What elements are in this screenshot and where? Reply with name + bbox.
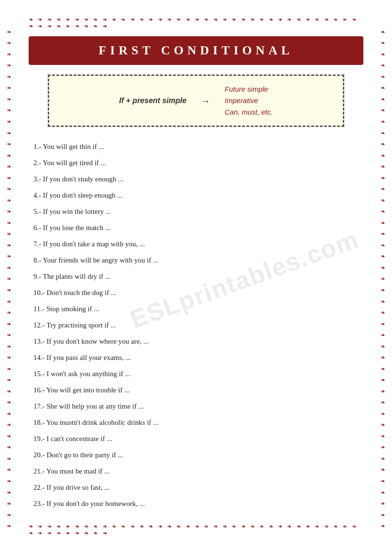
leaf-icon: ❧ xyxy=(7,130,11,136)
leaf-icon: ❧ xyxy=(7,164,11,169)
leaf-icon: ❧ xyxy=(7,119,11,125)
bottom-border-decoration: ❧ ❧ ❧ ❧ ❧ ❧ ❧ ❧ ❧ ❧ ❧ ❧ ❧ ❧ ❧ ❧ ❧ ❧ ❧ ❧ … xyxy=(29,523,363,537)
list-item: 22.- If you drive so fast, ... xyxy=(33,479,359,495)
list-item: 14.- If you pass all your exams, ... xyxy=(33,349,359,366)
list-item: 1.- You will get thin if ... xyxy=(33,138,359,155)
sentences-list: 1.- You will get thin if ... 2.- You wil… xyxy=(33,138,359,512)
leaf-icon: ❧ xyxy=(7,411,11,417)
leaf-icon: ❧ xyxy=(7,153,11,158)
list-item: 19.- I can't concentrate if ... xyxy=(33,431,359,447)
leaf-icon: ❧ xyxy=(7,299,11,305)
leaf-icon: ❧ xyxy=(381,490,385,495)
leaf-icon: ❧ xyxy=(7,523,11,529)
list-item: 17.- She will help you at any time if ..… xyxy=(33,398,359,414)
formula-left: If + present simple xyxy=(119,96,187,105)
list-item: 13.- If you don't know where you are, ..… xyxy=(33,333,359,349)
formula-box: If + present simple → Future simple Impe… xyxy=(48,74,344,127)
leaf-icon: ❧ xyxy=(7,242,11,248)
leaf-icon: ❧ xyxy=(7,265,11,271)
leaf-icon: ❧ xyxy=(381,467,385,473)
list-item: 6.- If you lose the match ... xyxy=(33,220,359,236)
leaf-icon: ❧ xyxy=(381,389,385,394)
leaf-icon: ❧ xyxy=(7,478,11,484)
leaf-icon: ❧ xyxy=(7,321,11,327)
leaf-icon: ❧ xyxy=(7,141,11,147)
leaf-icon: ❧ xyxy=(381,433,385,439)
leaf-icon: ❧ xyxy=(7,332,11,338)
list-item: 20.- Don't go to their party if ... xyxy=(33,447,359,463)
leaf-icon: ❧ xyxy=(7,344,11,349)
list-item: 4.- If you don't sleep enough ... xyxy=(33,187,359,203)
formula-right-line1: Future simple xyxy=(225,84,273,95)
leaf-icon: ❧ xyxy=(7,377,11,383)
bottom-border: ❧ ❧ ❧ ❧ ❧ ❧ ❧ ❧ ❧ ❧ ❧ ❧ ❧ ❧ ❧ ❧ ❧ ❧ ❧ ❧ … xyxy=(10,521,382,538)
leaf-icon: ❧ xyxy=(7,467,11,473)
leaf-icon: ❧ xyxy=(7,52,11,57)
list-item: 12.- Try practising sport if ... xyxy=(33,317,359,333)
leaf-icon: ❧ xyxy=(381,74,385,80)
leaf-icon: ❧ xyxy=(7,366,11,372)
leaf-icon: ❧ xyxy=(381,310,385,316)
leaf-icon: ❧ xyxy=(381,501,385,506)
leaf-icon: ❧ xyxy=(7,186,11,192)
leaf-icon: ❧ xyxy=(381,119,385,125)
leaf-icon: ❧ xyxy=(381,242,385,248)
leaf-icon: ❧ xyxy=(7,433,11,439)
leaf-icon: ❧ xyxy=(381,209,385,214)
leaf-icon: ❧ xyxy=(7,355,11,360)
leaf-icon: ❧ xyxy=(7,63,11,68)
leaf-icon: ❧ xyxy=(7,209,11,214)
leaf-icon: ❧ xyxy=(7,456,11,462)
leaf-icon: ❧ xyxy=(7,175,11,181)
leaf-icon: ❧ xyxy=(381,130,385,136)
leaf-icon: ❧ xyxy=(381,444,385,450)
top-border-decoration: ❧ ❧ ❧ ❧ ❧ ❧ ❧ ❧ ❧ ❧ ❧ ❧ ❧ ❧ ❧ ❧ ❧ ❧ ❧ ❧ … xyxy=(29,16,363,30)
leaf-icon: ❧ xyxy=(7,96,11,102)
leaf-icon: ❧ xyxy=(381,29,385,35)
leaf-icon: ❧ xyxy=(381,299,385,305)
leaf-icon: ❧ xyxy=(7,276,11,282)
list-item: 18.- You mustn't drink alcoholic drinks … xyxy=(33,414,359,431)
leaf-icon: ❧ xyxy=(381,456,385,462)
list-item: 3.- If you don't study enough ... xyxy=(33,171,359,187)
formula-right-line2: Imperative xyxy=(225,95,273,106)
leaf-icon: ❧ xyxy=(381,107,385,113)
leaf-icon: ❧ xyxy=(7,512,11,518)
list-item: 15.- I won't ask you anything if ... xyxy=(33,366,359,382)
leaf-icon: ❧ xyxy=(381,253,385,259)
formula-right: Future simple Imperative Can, must, etc. xyxy=(225,84,273,118)
leaf-icon: ❧ xyxy=(7,29,11,35)
leaf-icon: ❧ xyxy=(7,310,11,316)
list-item: 5.- If you win the lottery ... xyxy=(33,203,359,220)
list-item: 7.- If you don't take a map with you, ..… xyxy=(33,236,359,252)
list-item: 16.- You will get into trouble if ... xyxy=(33,382,359,398)
leaf-icon: ❧ xyxy=(7,444,11,450)
leaf-icon: ❧ xyxy=(381,220,385,226)
right-border: ❧ ❧ ❧ ❧ ❧ ❧ ❧ ❧ ❧ ❧ ❧ ❧ ❧ ❧ ❧ ❧ ❧ ❧ ❧ ❧ … xyxy=(376,26,390,532)
leaf-icon: ❧ xyxy=(381,276,385,282)
leaf-icon: ❧ xyxy=(381,411,385,417)
list-item: 10.- Don't touch the dog if ... xyxy=(33,284,359,301)
leaf-icon: ❧ xyxy=(7,85,11,91)
leaf-icon: ❧ xyxy=(381,344,385,349)
leaf-icon: ❧ xyxy=(7,198,11,203)
leaf-icon: ❧ xyxy=(381,377,385,383)
leaf-icon: ❧ xyxy=(381,422,385,428)
leaf-icon: ❧ xyxy=(381,96,385,102)
leaf-icon: ❧ xyxy=(381,164,385,169)
list-item: 9.- The plants will dry if ... xyxy=(33,268,359,284)
list-item: 11.- Stop smoking if ... xyxy=(33,301,359,317)
leaf-icon: ❧ xyxy=(381,231,385,237)
leaf-icon: ❧ xyxy=(381,287,385,293)
leaf-icon: ❧ xyxy=(7,107,11,113)
leaf-icon: ❧ xyxy=(381,400,385,405)
leaf-icon: ❧ xyxy=(7,287,11,293)
left-border: ❧ ❧ ❧ ❧ ❧ ❧ ❧ ❧ ❧ ❧ ❧ ❧ ❧ ❧ ❧ ❧ ❧ ❧ ❧ ❧ … xyxy=(2,26,16,532)
top-border: ❧ ❧ ❧ ❧ ❧ ❧ ❧ ❧ ❧ ❧ ❧ ❧ ❧ ❧ ❧ ❧ ❧ ❧ ❧ ❧ … xyxy=(10,14,382,32)
leaf-icon: ❧ xyxy=(7,490,11,495)
leaf-icon: ❧ xyxy=(381,52,385,57)
leaf-icon: ❧ xyxy=(381,63,385,68)
list-item: 8.- Your friends will be angry with you … xyxy=(33,252,359,268)
leaf-icon: ❧ xyxy=(7,501,11,506)
list-item: 21.- You must be mad if ... xyxy=(33,463,359,479)
